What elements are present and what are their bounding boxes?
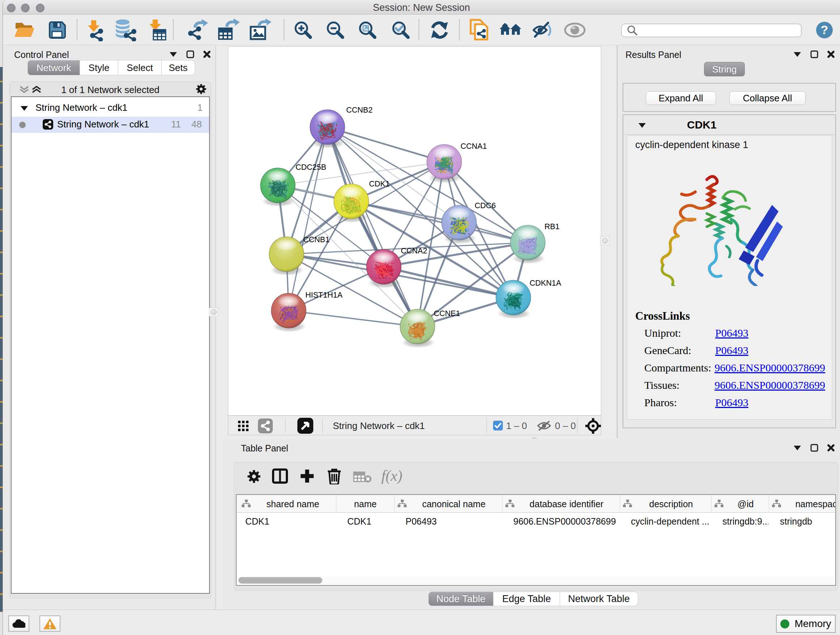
column-header-shared-name[interactable]: shared name	[239, 495, 336, 513]
undock-panel-icon[interactable]	[810, 50, 818, 58]
open-file-button[interactable]	[12, 14, 37, 45]
edge-CCNB2-RB1[interactable]	[327, 127, 528, 242]
table-cell[interactable]: P06493	[406, 516, 502, 527]
float-panel-icon[interactable]	[169, 51, 178, 57]
float-panel-icon[interactable]	[793, 445, 802, 451]
network-options-gear-icon[interactable]	[196, 84, 206, 94]
network-canvas[interactable]: CCNB2CCNA1CDC25BCDK1CDC6RB1CCNB1CCNA2CDK…	[228, 46, 601, 416]
table-tab-network-table[interactable]: Network Table	[560, 592, 638, 606]
expand-all-button[interactable]: Expand All	[646, 91, 716, 105]
crosslink-label: GeneCard:	[644, 344, 715, 356]
export-image-button[interactable]	[248, 14, 273, 45]
undock-panel-icon[interactable]	[810, 444, 818, 452]
table-cell[interactable]: CDK1	[245, 516, 332, 527]
table-tab-edge-table[interactable]: Edge Table	[493, 592, 560, 606]
save-session-button[interactable]	[44, 14, 70, 45]
network-selection-status: 1 of 1 Network selected	[9, 84, 211, 96]
close-panel-icon[interactable]	[203, 50, 211, 58]
column-header-name[interactable]: name	[336, 495, 395, 513]
right-splitter-handle[interactable]	[600, 236, 609, 245]
warnings-button[interactable]	[39, 616, 60, 632]
delete-table-icon[interactable]	[353, 470, 372, 483]
control-tab-network[interactable]: Network	[27, 60, 80, 75]
zoom-out-button[interactable]	[323, 14, 348, 45]
column-header--id[interactable]: @id	[712, 495, 769, 513]
split-table-icon[interactable]	[272, 469, 288, 484]
scrollbar-thumb[interactable]	[238, 577, 322, 584]
table-panel-title: Table Panel	[241, 443, 288, 454]
crosslink-link[interactable]: P06493	[715, 327, 748, 339]
column-header-canonical-name[interactable]: canonical name	[395, 495, 502, 513]
results-panel: Results Panel String Expand All Collapse…	[617, 45, 840, 438]
birds-eye-grid-icon[interactable]	[238, 421, 249, 432]
collapse-all-button[interactable]: Collapse All	[729, 91, 806, 105]
table-cell[interactable]: stringdb:9...	[722, 516, 768, 527]
import-network-database-button[interactable]	[112, 14, 138, 45]
warning-icon	[43, 618, 57, 630]
column-header-database-identifier[interactable]: database identifier	[502, 495, 620, 513]
fit-content-crosshair-icon[interactable]	[585, 418, 601, 434]
network-row-label: String Network – cdk1	[57, 119, 149, 130]
app-window: Session: New Session	[3, 0, 840, 635]
left-splitter-handle[interactable]	[209, 307, 218, 317]
function-builder-button[interactable]: f(x)	[381, 467, 402, 485]
open-in-window-icon[interactable]	[297, 418, 313, 434]
collapse-gene-icon[interactable]	[638, 122, 646, 128]
export-table-icon	[218, 19, 240, 41]
control-panel-title: Control Panel	[14, 50, 69, 60]
node-label-CDK1: CDK1	[369, 180, 390, 188]
help-button[interactable]: ?	[813, 14, 836, 45]
table-cell[interactable]: CDK1	[347, 516, 394, 527]
hide-selected-button[interactable]	[531, 14, 556, 45]
control-tab-select[interactable]: Select	[118, 60, 162, 75]
table-cell[interactable]: 9606.ENSP00000378699	[513, 516, 619, 527]
close-panel-icon[interactable]	[827, 444, 835, 452]
float-panel-icon[interactable]	[793, 51, 802, 57]
export-network-button[interactable]	[186, 14, 211, 45]
undock-panel-icon[interactable]	[186, 50, 194, 58]
first-neighbors-button[interactable]	[498, 14, 523, 45]
edge-CCNB2-CCNA1[interactable]	[327, 127, 444, 162]
duplicate-network-button[interactable]	[467, 14, 492, 45]
delete-column-trash-icon[interactable]	[327, 468, 341, 485]
control-tab-sets[interactable]: Sets	[162, 60, 195, 75]
table-settings-gear-icon[interactable]	[248, 470, 261, 483]
table-tab-node-table[interactable]: Node Table	[428, 592, 493, 606]
add-column-icon[interactable]	[300, 469, 315, 484]
edge-CCNE1-HIST1H1A[interactable]	[289, 310, 417, 326]
import-network-file-button[interactable]	[82, 14, 107, 45]
crosslink-link[interactable]: P06493	[715, 396, 748, 409]
import-table-file-button[interactable]	[144, 14, 169, 45]
toolbar-separator	[418, 19, 419, 40]
tree-expander-icon[interactable]	[20, 106, 28, 111]
close-panel-icon[interactable]	[827, 50, 835, 58]
network-row-selected[interactable]: String Network – cdk1 11 48	[11, 117, 209, 133]
gene-section-header[interactable]: CDK1	[623, 115, 835, 135]
zoom-fit-button[interactable]	[355, 14, 380, 45]
zoom-selected-button[interactable]	[388, 14, 414, 45]
hidden-eye-slash-icon[interactable]	[537, 421, 552, 431]
zoom-in-button[interactable]	[291, 14, 316, 45]
refresh-network-button[interactable]	[427, 14, 452, 45]
show-hidden-button[interactable]	[562, 14, 587, 45]
table-cell[interactable]: stringdb	[780, 516, 836, 527]
gene-symbol: CDK1	[687, 119, 717, 131]
memory-button[interactable]: Memory	[776, 615, 836, 633]
column-header-description[interactable]: description	[620, 495, 712, 513]
table-horizontal-scrollbar[interactable]	[237, 576, 835, 584]
network-collection-row[interactable]: String Network – cdk1 1	[11, 101, 209, 117]
crosslink-link[interactable]: P06493	[715, 344, 748, 356]
results-tab-string[interactable]: String	[704, 62, 745, 76]
column-header-namespace[interactable]: namespace	[769, 495, 836, 513]
crosslink-link[interactable]: 9606.ENSP00000378699	[714, 362, 825, 374]
selected-checkbox-icon[interactable]	[493, 421, 503, 431]
search-input[interactable]	[641, 25, 801, 36]
cloud-status-button[interactable]	[8, 616, 29, 632]
export-table-button[interactable]	[216, 14, 242, 45]
import-database-icon	[113, 19, 137, 41]
crosslink-link[interactable]: 9606.ENSP00000378699	[714, 379, 825, 391]
control-tab-style[interactable]: Style	[80, 60, 118, 75]
network-badge-icon[interactable]	[258, 418, 273, 433]
table-container: f(x) shared namenamecanonical namedataba…	[234, 462, 838, 591]
table-cell[interactable]: cyclin-dependent ...	[631, 516, 711, 527]
